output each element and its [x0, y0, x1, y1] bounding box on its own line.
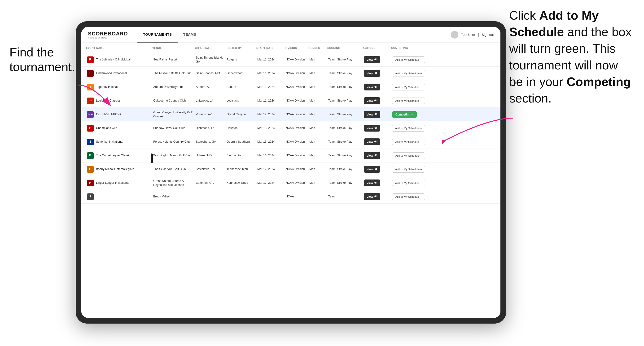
venue-cell: Forest Heights Country Club	[152, 138, 195, 145]
tablet-side-button	[151, 154, 153, 163]
actions-cell: View 👁	[363, 164, 391, 174]
gender-cell: Men	[308, 152, 327, 159]
col-city-state: CITY, STATE	[195, 46, 226, 49]
team-logo: R	[87, 56, 94, 63]
add-to-schedule-button[interactable]: Add to My Schedule +	[392, 98, 425, 104]
add-to-schedule-button[interactable]: Add to My Schedule +	[392, 180, 425, 186]
actions-cell: View 👁	[363, 68, 391, 78]
actions-cell: View 👁	[363, 123, 391, 133]
event-name-cell: BBobby Nichols Intercollegiate	[86, 165, 152, 174]
division-cell: NCAA Division I	[285, 111, 308, 118]
view-button[interactable]: View 👁	[364, 56, 380, 63]
event-name-cell: GCUGCU INVITATIONAL	[86, 110, 152, 119]
view-button[interactable]: View 👁	[364, 193, 380, 200]
division-cell: NCAA Division I	[285, 152, 308, 159]
arrow-right	[442, 116, 518, 144]
table-row: LALouisiana ClassicsOakbourne Country Cl…	[81, 94, 500, 108]
view-button[interactable]: View 👁	[364, 179, 380, 186]
table-row: RThe Johnnie - O IndividualSea Palms Res…	[81, 53, 500, 67]
col-gender: GENDER	[308, 46, 327, 49]
city-cell: Phoenix, AZ	[195, 111, 226, 118]
event-name-text: Bobby Nichols Intercollegiate	[96, 167, 134, 171]
start-date-cell: Mar 11, 2024	[256, 70, 285, 77]
view-button[interactable]: View 👁	[364, 138, 380, 145]
scoring-cell: Team, Stroke Play	[327, 138, 363, 145]
add-to-schedule-button[interactable]: Add to My Schedule +	[392, 56, 425, 63]
hosted-by-cell: Auburn	[226, 84, 256, 90]
nav-right: Test User | Sign out	[451, 31, 494, 38]
team-logo: H	[87, 125, 94, 132]
add-to-schedule-button[interactable]: Add to My Schedule +	[392, 84, 425, 90]
gender-cell: Men	[308, 84, 327, 90]
tablet-frame: SCOREBOARD Powered by clippd TOURNAMENTS…	[76, 21, 506, 324]
scoring-cell: Team, Stroke Play	[327, 97, 363, 104]
event-name-text: The Johnnie - O Individual	[96, 58, 130, 61]
col-competing: COMPETING	[391, 46, 438, 49]
view-button[interactable]: View 👁	[364, 97, 380, 104]
event-name-text: Schenkel Invitational	[96, 140, 123, 144]
event-name-cell: RThe Johnnie - O Individual	[86, 55, 152, 64]
annotation-right: Click Add to My Schedule and the box wil…	[509, 7, 632, 107]
scoring-cell: Team, Stroke Play	[327, 179, 363, 186]
tablet-screen: SCOREBOARD Powered by clippd TOURNAMENTS…	[81, 27, 500, 318]
view-button[interactable]: View 👁	[364, 166, 380, 173]
competing-button[interactable]: Competing ✓	[392, 111, 417, 118]
competing-cell: Add to My Schedule +	[391, 82, 438, 92]
gender-cell: Men	[308, 97, 327, 104]
hosted-by-cell: Grand Canyon	[226, 111, 256, 118]
scoring-cell: Team, Stroke Play	[327, 56, 363, 63]
view-button[interactable]: View 👁	[364, 84, 380, 90]
team-logo: S	[87, 139, 94, 145]
add-to-schedule-button[interactable]: Add to My Schedule +	[392, 193, 425, 200]
table-row: ?Brook ValleyNCAATeam,View 👁Add to My Sc…	[81, 190, 500, 204]
add-to-schedule-button[interactable]: Add to My Schedule +	[392, 152, 425, 159]
gender-cell: Men	[308, 56, 327, 63]
city-cell: Sevierville, TN	[195, 166, 226, 173]
start-date-cell: Mar 13, 2024	[256, 125, 285, 131]
add-to-schedule-button[interactable]: Add to My Schedule +	[392, 139, 425, 145]
hosted-by-cell	[226, 195, 256, 198]
city-cell: Eatonton, GA	[195, 179, 226, 186]
competing-cell: Add to My Schedule +	[391, 178, 438, 188]
table-row: TTiger InvitationalAuburn University Clu…	[81, 80, 500, 94]
add-to-schedule-button[interactable]: Add to My Schedule +	[392, 70, 425, 77]
table-row: BThe Carpetbagger ClassicWorthington Man…	[81, 149, 500, 163]
add-to-schedule-button[interactable]: Add to My Schedule +	[392, 125, 425, 132]
team-logo: ?	[87, 193, 94, 200]
city-cell: Auburn, AL	[195, 84, 226, 90]
team-logo: K	[87, 180, 94, 186]
gender-cell: Men	[308, 111, 327, 118]
competing-cell: Add to My Schedule +	[391, 55, 438, 64]
table-row: SSchenkel InvitationalForest Heights Cou…	[81, 135, 500, 149]
venue-cell: Brook Valley	[152, 193, 195, 200]
actions-cell: View 👁	[363, 96, 391, 106]
event-name-cell: SSchenkel Invitational	[86, 137, 152, 147]
event-name-text: GCU INVITATIONAL	[96, 112, 123, 116]
logo-subtitle: Powered by clippd	[88, 36, 128, 39]
table-row: HChampions CupShadow Hawk Golf ClubRichm…	[81, 121, 500, 135]
annotation-left: Find thetournament.	[10, 45, 76, 74]
start-date-cell: Mar 11, 2024	[256, 56, 285, 63]
scoring-cell: Team, Stroke Play	[327, 84, 363, 90]
tab-teams[interactable]: TEAMS	[178, 27, 202, 42]
view-button[interactable]: View 👁	[364, 152, 380, 159]
view-button[interactable]: View 👁	[364, 125, 380, 132]
sign-out-link[interactable]: Sign out	[482, 33, 494, 37]
city-cell: Lafayette, LA	[195, 97, 226, 104]
division-cell: NCAA Division I	[285, 84, 308, 90]
gender-cell: Men	[308, 179, 327, 186]
competing-cell: Add to My Schedule +	[391, 192, 438, 201]
start-date-cell: Mar 11, 2024	[256, 84, 285, 90]
user-name: Test User	[461, 33, 475, 37]
venue-cell: Worthington Manor Golf Club	[152, 152, 195, 159]
scoring-cell: Team, Stroke Play	[327, 125, 363, 131]
user-avatar	[451, 31, 458, 38]
tab-tournaments[interactable]: TOURNAMENTS	[138, 27, 178, 42]
start-date-cell: Mar 17, 2024	[256, 166, 285, 173]
add-to-schedule-button[interactable]: Add to My Schedule +	[392, 166, 425, 173]
team-logo: B	[87, 152, 94, 159]
view-button[interactable]: View 👁	[364, 70, 380, 77]
event-name-cell: LALouisiana Classics	[86, 96, 152, 106]
view-button[interactable]: View 👁	[364, 111, 380, 118]
event-name-text: Champions Cup	[96, 126, 117, 130]
